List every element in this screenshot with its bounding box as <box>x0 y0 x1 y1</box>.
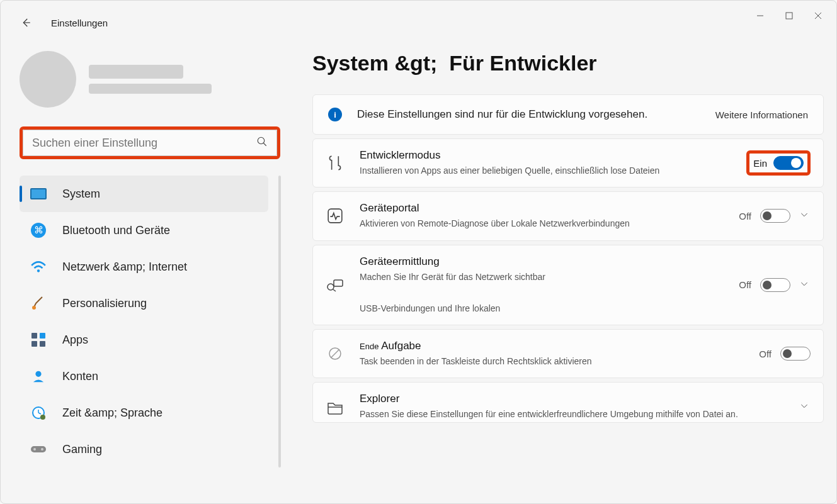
svg-rect-1 <box>786 13 792 19</box>
card-explorer[interactable]: Explorer Passen Sie diese Einstellungen … <box>312 382 824 422</box>
window-controls <box>746 6 833 26</box>
toggle-label: Off <box>739 279 751 290</box>
svg-point-4 <box>258 137 265 144</box>
search-input[interactable] <box>32 137 256 150</box>
info-banner: i Diese Einstellungen sind nur für die E… <box>312 94 824 135</box>
folder-icon <box>326 400 344 415</box>
sidebar-item-label: Bluetooth und Geräte <box>62 224 170 237</box>
svg-rect-17 <box>334 280 343 286</box>
profile-block[interactable] <box>20 51 287 108</box>
dev-mode-toggle[interactable] <box>773 156 804 170</box>
apps-icon <box>30 331 47 349</box>
card-title: Explorer <box>360 393 784 405</box>
system-icon <box>30 185 47 203</box>
clock-icon <box>30 404 47 422</box>
avatar <box>20 51 76 108</box>
gamepad-icon <box>30 440 47 458</box>
card-title: Geräteermittlung <box>360 255 724 268</box>
card-desc: Task beenden in der Taskleiste durch Rec… <box>360 355 700 367</box>
card-end-task: Ende Aufgabe Task beenden in der Tasklei… <box>312 329 824 378</box>
sidebar-item-bluetooth[interactable]: ⌘ Bluetooth und Geräte <box>20 212 268 249</box>
wifi-icon <box>30 258 47 276</box>
search-icon <box>256 136 268 150</box>
info-text: Diese Einstellungen sind nur für die Ent… <box>357 108 700 121</box>
info-icon: i <box>328 108 342 121</box>
app-title: Einstellungen <box>51 18 108 28</box>
bluetooth-icon: ⌘ <box>30 221 47 239</box>
toggle-label: Off <box>759 349 772 359</box>
brush-icon <box>30 294 47 312</box>
card-desc: Aktivieren von Remote-Diagnose über Loka… <box>360 217 700 230</box>
discovery-icon <box>326 277 344 293</box>
device-portal-toggle[interactable] <box>760 209 790 223</box>
svg-point-12 <box>40 415 45 420</box>
svg-point-8 <box>35 371 41 377</box>
device-discovery-toggle[interactable] <box>760 278 790 292</box>
card-desc: Installieren von Apps aus einer beliebig… <box>360 164 700 177</box>
svg-line-5 <box>263 143 266 146</box>
svg-point-15 <box>41 448 43 451</box>
sidebar-item-label: Konten <box>62 370 98 383</box>
nav: System ⌘ Bluetooth und Geräte Netzwerk &… <box>20 176 287 468</box>
svg-line-19 <box>333 289 336 291</box>
sidebar-item-label: Gaming <box>62 443 102 456</box>
breadcrumb: System &gt; Für Entwickler <box>312 51 824 76</box>
card-desc: Machen Sie Ihr Gerät für das Netzwerk si… <box>360 271 700 315</box>
titlebar: Einstellungen <box>1 1 836 45</box>
arrow-left-icon <box>20 17 31 28</box>
search-highlight <box>20 126 280 159</box>
sidebar-item-label: Zeit &amp; Sprache <box>62 406 162 420</box>
svg-point-7 <box>32 306 36 310</box>
profile-email-placeholder <box>89 84 212 94</box>
sidebar-item-accounts[interactable]: Konten <box>20 358 268 395</box>
minimize-icon <box>756 12 764 20</box>
sidebar-item-label: Apps <box>62 333 88 347</box>
person-icon <box>30 367 47 385</box>
card-desc: Passen Sie diese Einstellungen für eine … <box>360 408 784 420</box>
sidebar-item-personalization[interactable]: Personalisierung <box>20 285 268 322</box>
wrench-icon <box>326 154 344 172</box>
close-icon <box>814 12 822 20</box>
sidebar-item-system[interactable]: System <box>20 176 268 212</box>
profile-name-placeholder <box>89 65 183 79</box>
card-device-portal[interactable]: Geräteportal Aktivieren von Remote-Diagn… <box>312 191 824 240</box>
sidebar-item-label: System <box>62 188 100 201</box>
sidebar-item-apps[interactable]: Apps <box>20 322 268 358</box>
sidebar: System ⌘ Bluetooth und Geräte Netzwerk &… <box>1 45 287 503</box>
back-button[interactable] <box>20 16 32 29</box>
toggle-label: Off <box>739 211 751 221</box>
end-task-toggle[interactable] <box>780 347 811 361</box>
maximize-icon <box>785 12 793 20</box>
svg-line-21 <box>331 350 339 357</box>
toggle-label: Ein <box>753 158 767 169</box>
maximize-button[interactable] <box>775 6 804 26</box>
main-content: System &gt; Für Entwickler i Diese Einst… <box>287 45 836 503</box>
more-info-link[interactable]: Weitere Informationen <box>715 109 808 120</box>
sidebar-item-label: Personalisierung <box>62 297 147 310</box>
search-box[interactable] <box>23 130 277 156</box>
minimize-button[interactable] <box>746 6 775 26</box>
close-button[interactable] <box>804 6 833 26</box>
card-device-discovery[interactable]: Geräteermittlung Machen Sie Ihr Gerät fü… <box>312 245 824 326</box>
settings-window: Einstellungen <box>0 0 837 504</box>
sidebar-item-network[interactable]: Netzwerk &amp; Internet <box>20 249 268 285</box>
card-title: Entwicklermodus <box>360 149 731 162</box>
card-developer-mode: Entwicklermodus Installieren von Apps au… <box>312 138 824 188</box>
chevron-down-icon[interactable] <box>799 279 811 291</box>
sidebar-item-time-language[interactable]: Zeit &amp; Sprache <box>20 395 268 431</box>
svg-point-18 <box>327 284 334 290</box>
svg-rect-13 <box>31 446 46 452</box>
sidebar-scrollbar[interactable] <box>278 176 281 468</box>
card-title: Geräteportal <box>360 202 724 215</box>
prohibit-icon <box>326 346 344 361</box>
heartbeat-icon <box>326 208 344 224</box>
svg-point-14 <box>33 448 36 451</box>
card-title: Ende Aufgabe <box>360 340 744 352</box>
dev-mode-toggle-highlight: Ein <box>746 150 811 176</box>
chevron-down-icon[interactable] <box>799 210 811 222</box>
sidebar-item-label: Netzwerk &amp; Internet <box>62 260 187 274</box>
svg-point-6 <box>37 269 40 272</box>
chevron-down-icon[interactable] <box>799 401 811 413</box>
sidebar-item-gaming[interactable]: Gaming <box>20 431 268 468</box>
